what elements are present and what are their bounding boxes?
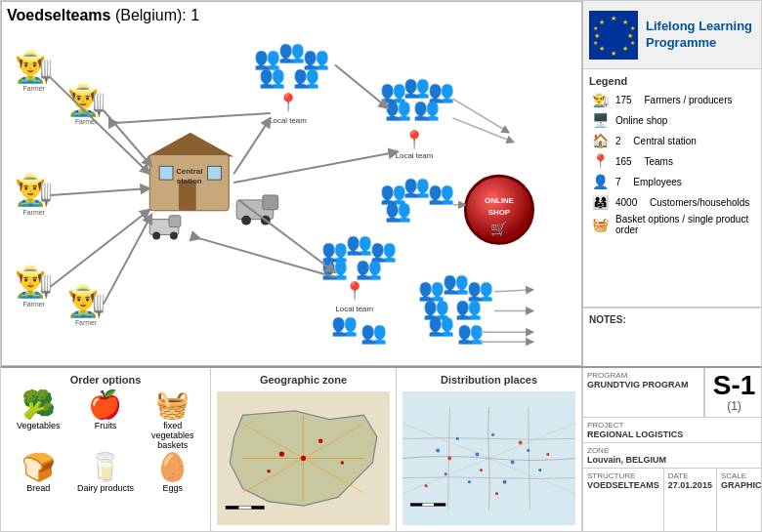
farmer-label-1: Farmer (23, 85, 46, 92)
legend-item-farmers: 👨‍🌾 175 Farmers / producers (589, 91, 757, 108)
dist-scale-3 (434, 503, 445, 506)
legend-item-basket: 🧺 Basket options / single product order (589, 214, 757, 235)
meta-structure-label: STRUCTURE (587, 471, 659, 480)
svg-text:★: ★ (611, 15, 616, 21)
dist-dot-r6 (425, 484, 428, 487)
meta-table: PROGRAM GRUNDTVIG PROGRAM S-1 (1) PROJEC… (582, 368, 762, 532)
van-wheel1 (152, 231, 160, 239)
svg-text:★: ★ (630, 25, 635, 31)
distribution-panel: Distribution places (397, 368, 582, 532)
dist-svg (402, 391, 575, 525)
online-shop-label1: ONLINE (485, 196, 514, 205)
meta-row-bottom: STRUCTURE VOEDSELTEAMS DATE 27.01.2015 S… (583, 469, 762, 532)
dist-dot-b8 (444, 472, 447, 475)
dairy-icon: 🥛 (88, 454, 122, 481)
legend-teams-icon: 📍 (589, 152, 611, 170)
dist-dot-b3 (475, 452, 479, 456)
title-bold: Voedselteams (7, 7, 110, 23)
meta-program-cell: PROGRAM GRUNDTVIG PROGRAM (583, 368, 704, 417)
scale-2 (238, 506, 251, 510)
legend-item-employees: 👤 7 Employees (589, 173, 757, 190)
distribution-title: Distribution places (402, 374, 575, 386)
top-row: Voedselteams (Belgium): 1 👨‍🌾 Farmer 👨‍🌾… (1, 1, 762, 367)
order-item-fruits: 🍎 Fruits (74, 391, 138, 450)
legend-central-count: 2 (615, 136, 621, 146)
city-dot-2 (318, 439, 322, 443)
group-top-br: 👥 (293, 63, 320, 90)
meta-program-value: GRUNDTVIG PROGRAM (587, 380, 699, 389)
vegetables-label: Vegetables (17, 421, 61, 430)
meta-structure-value: VOEDSELTEAMS (587, 480, 659, 490)
dist-dot-r2 (480, 469, 483, 471)
legend-title: Legend (589, 75, 757, 87)
central-label: Central (176, 167, 202, 176)
order-options-panel: Order options 🥦 Vegetables 🍎 Fruits 🧺 fi… (1, 368, 211, 532)
eu-flag-icon: ★ ★ ★ ★ ★ ★ ★ ★ ★ ★ ★ ★ (589, 11, 638, 60)
dist-dot-r1 (447, 456, 451, 460)
svg-text:★: ★ (622, 19, 628, 25)
group-bbot-3: 👥 (428, 311, 455, 338)
dist-dot-b1 (436, 448, 440, 452)
meta-zone-label: ZONE (587, 446, 759, 455)
meta-structure-cell: STRUCTURE VOEDSELTEAMS (583, 469, 664, 532)
arrow-f2-central (104, 110, 151, 166)
local-team-2: Local team (396, 151, 434, 160)
plan-num: (1) (727, 399, 741, 413)
arrow-central-lt1 (233, 118, 271, 174)
arrow-lt1-back (118, 113, 271, 123)
baskets-icon: 🧺 (155, 391, 190, 419)
notes-section: NOTES: (583, 307, 762, 366)
diagram-area: Voedselteams (Belgium): 1 👨‍🌾 Farmer 👨‍🌾… (1, 1, 582, 366)
meta-plan-cell: S-1 (1) (704, 368, 762, 417)
order-item-dairy: 🥛 Dairy products (74, 454, 138, 493)
legend-central-label: Central station (633, 136, 696, 146)
diagram-svg: 👨‍🌾 Farmer 👨‍🌾 Farmer 👨‍🌾 Farmer 👨‍🌾 Far… (7, 29, 576, 351)
pin-1: 📍 (277, 92, 300, 113)
dist-dot-b2 (456, 437, 459, 440)
dist-map (402, 391, 575, 525)
legend-employees-icon: 👤 (589, 173, 611, 190)
group-top-bl: 👥 (259, 63, 286, 90)
meta-scale-label: SCALE (721, 471, 762, 480)
legend-employees-count: 7 (615, 177, 621, 187)
meta-row-zone: ZONE Louvain, BELGIUM (583, 443, 762, 469)
farmer-icon-4: 👨‍🌾 (15, 263, 54, 300)
city-dot-3 (267, 470, 271, 473)
eggs-icon: 🥚 (155, 454, 190, 481)
legend-online-icon: 🖥️ (589, 111, 611, 129)
bread-icon: 🍞 (21, 454, 56, 481)
main-container: Voedselteams (Belgium): 1 👨‍🌾 Farmer 👨‍🌾… (1, 1, 762, 532)
group-bbot-2: 👥 (360, 319, 388, 346)
city-dot-1 (279, 451, 284, 456)
baskets-label: fixed vegetables baskets (141, 421, 204, 450)
dist-dot-r4 (495, 492, 498, 495)
farmer-label-4: Farmer (23, 301, 46, 307)
legend-basket-label: Basket options / single product order (615, 214, 757, 235)
order-item-vegetables: 🥦 Vegetables (7, 391, 70, 450)
order-options-grid: 🥦 Vegetables 🍎 Fruits 🧺 fixed vegetables… (7, 391, 204, 493)
central-roof (147, 133, 233, 157)
fruits-icon: 🍎 (88, 391, 122, 419)
group-bot-5: 👥 (455, 295, 483, 321)
plan-code: S-1 (713, 372, 756, 399)
svg-text:★: ★ (593, 25, 598, 31)
legend-farmer-label: Farmers / producers (644, 95, 732, 105)
dist-dot-b9 (503, 480, 507, 484)
legend-farmer-count: 175 (615, 95, 632, 105)
eu-header: ★ ★ ★ ★ ★ ★ ★ ★ ★ ★ ★ ★ Lifelong Learnin (583, 1, 762, 69)
meta-project-cell: PROJECT REGIONAL LOGISTICS (583, 418, 762, 442)
farmer-label-3: Farmer (23, 209, 46, 216)
fruits-label: Fruits (95, 421, 117, 430)
svg-text:★: ★ (622, 45, 628, 52)
geo-zone-panel: Geographic zone (211, 368, 397, 532)
farmer-icon-5: 👨‍🌾 (67, 282, 106, 319)
legend-basket-icon: 🧺 (589, 216, 611, 233)
scale-1 (226, 506, 238, 510)
group-mr-3: 👥 (428, 180, 455, 206)
pin-3: 📍 (344, 280, 366, 302)
truck-wheel1 (241, 216, 251, 225)
svg-text:★: ★ (599, 19, 605, 25)
meta-row-project: PROJECT REGIONAL LOGISTICS (583, 418, 762, 443)
geo-zone-title: Geographic zone (217, 374, 390, 386)
local-team-1: Local team (269, 116, 307, 125)
